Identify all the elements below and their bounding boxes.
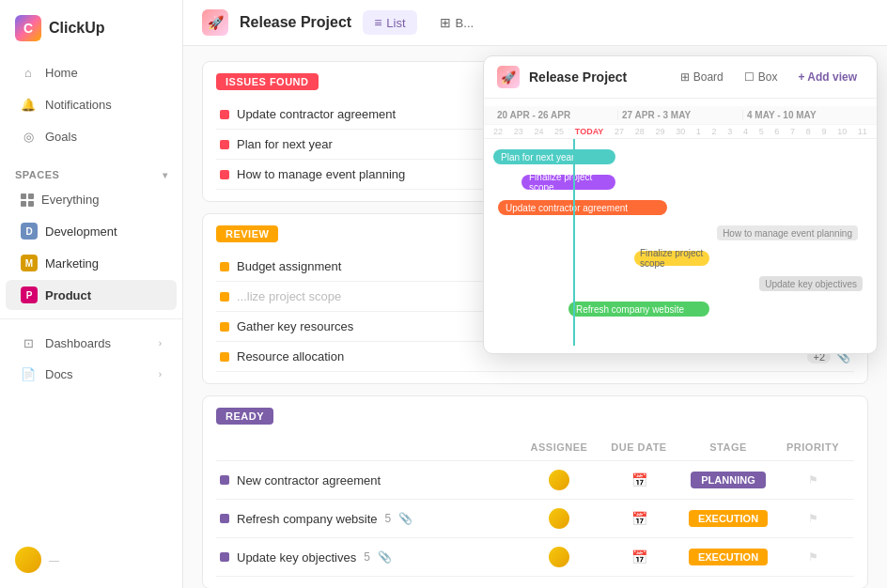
avatar [15, 547, 41, 573]
gantt-row-7: Refresh company website [493, 299, 867, 319]
avatar [549, 547, 569, 567]
gantt-header: 🚀 Release Project ⊞ Board ☐ Box + Add vi… [484, 56, 877, 99]
stage-badge: EXECUTION [689, 510, 768, 527]
col-duedate-header: DUE DATE [597, 441, 681, 453]
board-icon: ⊞ [680, 70, 690, 84]
ready-task-2[interactable]: Update key objectives 5 📎 📅 EXECUTION ⚑ [216, 538, 854, 577]
development-icon: D [21, 223, 38, 240]
date-num: 10 [837, 127, 847, 136]
nav-home-label: Home [45, 66, 78, 80]
gantt-actions: ⊞ Board ☐ Box + Add view [674, 68, 864, 86]
col-assignee-header: ASSIGNEE [521, 441, 597, 453]
date-num: 4 [743, 127, 748, 136]
task-dot [220, 352, 229, 362]
date-num: 27 [615, 127, 624, 136]
nav-docs-label: Docs [45, 367, 73, 381]
stage-cell[interactable]: EXECUTION [681, 510, 775, 527]
task-name-text: New contractor agreement [237, 473, 381, 487]
task-name-text: Refresh company website [237, 512, 378, 526]
app-name: ClickUp [49, 20, 105, 37]
nav-goals[interactable]: ◎ Goals [6, 121, 177, 151]
assignee-cell [521, 547, 597, 567]
nav-docs[interactable]: 📄 Docs › [6, 359, 177, 389]
sidebar-item-development[interactable]: D Development [6, 216, 177, 246]
box-icon: ☐ [744, 70, 755, 84]
tab-list[interactable]: ≡ List [363, 10, 416, 35]
ready-section: READY ASSIGNEE DUE DATE STAGE PRIORITY N… [202, 395, 868, 588]
gantt-box-btn[interactable]: ☐ Box [738, 68, 785, 86]
task-dot [220, 140, 229, 149]
period-3: 4 MAY - 10 MAY [743, 110, 867, 120]
gantt-body: 20 APR - 26 APR 27 APR - 3 MAY 4 MAY - 1… [484, 99, 877, 353]
tab-board-label: B... [456, 16, 475, 30]
nav-dashboards[interactable]: ⊡ Dashboards › [6, 328, 177, 358]
date-num: 8 [806, 127, 811, 136]
duedate-cell: 📅 [597, 549, 681, 565]
gantt-board-btn[interactable]: ⊞ Board [674, 68, 730, 86]
gantt-date-row: 22 23 24 25 TODAY 27 28 29 30 1 2 3 4 5 [484, 125, 877, 139]
gantt-bar-finalize: Finalize project scope [521, 175, 615, 190]
user-avatar-area[interactable]: — [0, 535, 182, 577]
date-num: 5 [759, 127, 764, 136]
ready-label: READY [216, 408, 273, 425]
calendar-icon: 📅 [631, 511, 647, 526]
gantt-row-6: Update key objectives [493, 273, 867, 294]
nav-notifications[interactable]: 🔔 Notifications [6, 89, 177, 119]
date-num: 23 [514, 127, 523, 136]
task-dot [220, 514, 229, 523]
sidebar-everything-label: Everything [41, 193, 99, 207]
sidebar-product-label: Product [45, 288, 91, 302]
sidebar-item-everything[interactable]: Everything [6, 185, 177, 214]
gantt-bar-key-obj: Update key objectives [759, 276, 863, 291]
stage-cell[interactable]: EXECUTION [681, 549, 775, 565]
task-dot [220, 292, 229, 302]
date-num: 25 [554, 127, 564, 136]
main-content: 🚀 Release Project ≡ List ⊞ B... ISSUES F… [183, 0, 887, 588]
ready-task-0[interactable]: New contractor agreement 📅 PLANNING ⚑ [216, 461, 854, 500]
date-num: 22 [493, 127, 503, 136]
date-num: 29 [655, 127, 664, 136]
tab-board[interactable]: ⊞ B... [428, 10, 486, 35]
content-area: ISSUES FOUND Update contractor agreement… [183, 46, 887, 588]
dashboards-chevron: › [159, 338, 162, 348]
user-status: — [49, 554, 59, 565]
gantt-add-view-btn[interactable]: + Add view [791, 68, 864, 86]
flag-icon: ⚑ [808, 473, 818, 487]
stage-cell[interactable]: PLANNING [681, 472, 775, 488]
marketing-icon: M [21, 255, 38, 271]
date-num: 9 [821, 127, 826, 136]
sidebar-development-label: Development [45, 224, 117, 239]
product-icon: P [21, 286, 38, 303]
sidebar: C ClickUp ⌂ Home 🔔 Notifications ◎ Goals… [0, 0, 183, 588]
gantt-bar-contractor: Update contractor agreement [498, 200, 667, 215]
assignee-cell [521, 470, 597, 490]
spaces-section-header: Spaces ▾ [0, 160, 182, 184]
date-num: 30 [676, 127, 685, 136]
spaces-chevron: ▾ [163, 170, 168, 180]
priority-cell: ⚑ [775, 473, 850, 487]
today-indicator: TODAY [575, 127, 604, 136]
ready-task-1[interactable]: Refresh company website 5 📎 📅 EXECUTION … [216, 500, 854, 538]
priority-cell: ⚑ [775, 550, 850, 564]
review-label: REVIEW [216, 225, 278, 242]
date-num: 7 [790, 127, 795, 136]
gantt-bars-area: Plan for next year Finalize project scop… [484, 139, 877, 346]
task-dot [220, 552, 229, 562]
gantt-bar-website: Refresh company website [568, 302, 709, 317]
logo: C ClickUp [0, 11, 182, 56]
nav-home[interactable]: ⌂ Home [6, 57, 177, 87]
gantt-label-event: How to manage event planning [717, 225, 858, 240]
gantt-board-label: Board [693, 70, 724, 84]
sidebar-item-marketing[interactable]: M Marketing [6, 248, 177, 278]
date-num: 28 [635, 127, 645, 136]
clip-icon: 📎 [398, 512, 412, 525]
avatar [549, 470, 569, 490]
home-icon: ⌂ [21, 65, 36, 80]
avatar [549, 508, 569, 529]
gantt-timeline-header: 20 APR - 26 APR 27 APR - 3 MAY 4 MAY - 1… [484, 106, 877, 125]
task-name-text: Update key objectives [237, 550, 356, 565]
grid-icon [21, 193, 34, 207]
list-tab-icon: ≡ [374, 15, 381, 30]
issues-label: ISSUES FOUND [216, 73, 319, 90]
sidebar-item-product[interactable]: P Product [6, 280, 177, 310]
